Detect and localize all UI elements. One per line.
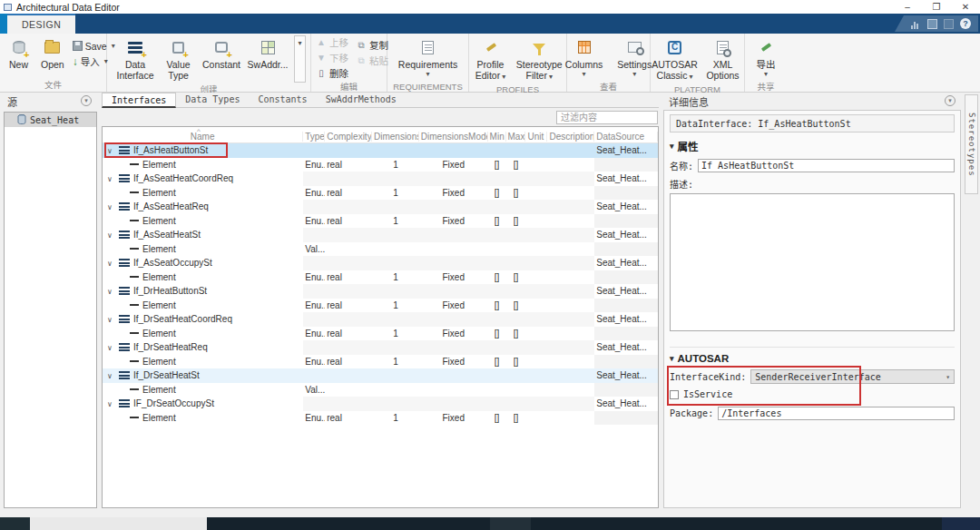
table-row[interactable]: If_DrSeatHeatCoordReqSeat_Heat... — [103, 312, 658, 327]
table-row[interactable]: ElementEnu...real1Fixed[][] — [103, 158, 658, 172]
expander-chevron-icon[interactable] — [103, 398, 117, 408]
autosar-section-header[interactable]: AUTOSAR — [670, 347, 955, 364]
expander-chevron-icon[interactable] — [103, 258, 117, 268]
interface-kind-dropdown[interactable]: SenderReceiverInterface — [750, 369, 955, 384]
expander-chevron-icon[interactable] — [103, 173, 117, 183]
delete-button[interactable]: ▯删除 — [316, 66, 348, 80]
table-row[interactable]: ElementEnu...real1Fixed[][] — [103, 214, 658, 229]
table-row[interactable]: If_AsSeatOccupyStSeat_Heat... — [103, 256, 658, 270]
column-header-unit[interactable]: Unit — [525, 132, 547, 142]
column-header-dimensionsmode[interactable]: DimensionsMode — [419, 132, 488, 142]
columns-button[interactable]: Columns — [561, 35, 607, 80]
minimize-button[interactable]: – — [893, 0, 922, 14]
table-row[interactable]: If_AsSeatHeatCoordReqSeat_Heat... — [103, 172, 658, 186]
table-row[interactable]: ElementEnu...real1Fixed[][] — [103, 270, 658, 285]
cell: [] — [506, 411, 526, 426]
taskbar-app-segment[interactable] — [30, 517, 207, 530]
xml-options-button[interactable]: XML Options — [703, 35, 743, 83]
column-header-dimensions[interactable]: Dimensions — [372, 132, 419, 142]
table-row[interactable]: ElementEnu...real1Fixed[][] — [103, 327, 658, 341]
chart-icon[interactable] — [911, 19, 921, 29]
expander-chevron-icon[interactable] — [103, 286, 117, 296]
tab-swaddrmethods[interactable]: SwAddrMethods — [317, 93, 406, 107]
expander-chevron-icon[interactable] — [103, 230, 117, 240]
is-service-checkbox[interactable] — [670, 390, 679, 399]
column-header-min[interactable]: Min — [488, 132, 506, 142]
cell — [488, 228, 506, 242]
table-row[interactable]: If_AsSeatHeatStSeat_Heat... — [103, 228, 658, 242]
close-button[interactable]: ✕ — [951, 0, 980, 14]
table-row[interactable]: If_DrHeatButtonStSeat_Heat... — [103, 284, 658, 299]
element-icon — [130, 304, 139, 306]
help-icon[interactable]: ? — [960, 18, 971, 29]
cell — [325, 242, 372, 257]
column-header-complexity[interactable]: Complexity — [325, 132, 372, 142]
table-row[interactable]: If_AsHeatButtonStSeat_Heat... — [103, 143, 658, 158]
description-field[interactable] — [670, 193, 955, 331]
properties-section-header[interactable]: 属性 — [670, 139, 955, 153]
requirements-button[interactable]: Requirements — [394, 35, 462, 80]
tab-interfaces[interactable]: Interfaces — [102, 93, 176, 108]
tab-design[interactable]: DESIGN — [7, 14, 75, 34]
section-label-share: 共享 — [745, 82, 787, 93]
table-row[interactable]: If_DrSeatHeatStSeat_Heat... — [103, 368, 658, 383]
paste-icon[interactable] — [944, 19, 954, 29]
filter-input[interactable] — [556, 111, 658, 124]
export-button[interactable]: 导出 — [752, 35, 780, 80]
table-row[interactable]: ElementEnu...real1Fixed[][] — [103, 186, 658, 201]
move-down-button[interactable]: ▼下移 — [316, 51, 348, 64]
table-row[interactable]: IF_DrSeatOccupyStSeat_Heat... — [103, 397, 658, 411]
expander-chevron-icon[interactable] — [103, 145, 117, 155]
tab-data-types[interactable]: Data Types — [176, 93, 249, 107]
table-row[interactable]: ElementEnu...real1Fixed[][] — [103, 355, 658, 369]
settings-button[interactable]: Settings — [612, 35, 656, 80]
maximize-button[interactable]: ❐ — [922, 0, 951, 14]
cell — [325, 312, 372, 327]
source-item-seat_heat[interactable]: Seat_Heat — [5, 113, 96, 127]
cell — [525, 327, 547, 341]
new-button[interactable]: + New — [5, 35, 33, 72]
stereotypes-side-tab[interactable]: Stereotypes — [965, 94, 978, 194]
table-row[interactable]: ElementEnu...real1Fixed[][] — [103, 299, 658, 313]
copy-button[interactable]: ⧉复制 — [356, 38, 388, 52]
cell — [325, 200, 372, 214]
move-up-button[interactable]: ▲上移 — [316, 35, 348, 49]
copy-icon[interactable] — [927, 19, 937, 29]
expander-chevron-icon[interactable] — [103, 370, 117, 380]
table-row[interactable]: If_AsSeatHeatReqSeat_Heat... — [103, 200, 658, 214]
table-row[interactable]: ElementVal... — [103, 242, 658, 257]
table-row[interactable]: If_DrSeatHeatReqSeat_Heat... — [103, 340, 658, 355]
column-header-description[interactable]: Description — [547, 132, 594, 142]
tab-constants[interactable]: Constants — [249, 93, 316, 107]
cell: [] — [488, 158, 506, 172]
column-header-datasource[interactable]: DataSource — [594, 132, 658, 142]
cell — [303, 340, 325, 355]
column-header-type[interactable]: Type — [303, 132, 325, 142]
column-header-max[interactable]: Max — [506, 132, 526, 142]
collapse-panel-icon[interactable] — [945, 95, 956, 106]
package-field[interactable] — [718, 407, 955, 420]
table-row[interactable]: ElementVal... — [103, 383, 658, 398]
paste-button[interactable]: ⧉粘贴 — [356, 54, 388, 67]
cell: Seat_Heat... — [594, 172, 658, 186]
details-panel: DataInterface: If_AsHeatButtonSt 属性 名称: … — [663, 110, 961, 508]
swaddr-button[interactable]: SwAddr... — [245, 35, 290, 83]
cell — [525, 186, 547, 201]
create-overflow-button[interactable] — [294, 35, 306, 83]
name-field[interactable] — [698, 159, 955, 172]
data-interface-button[interactable]: + Data Interface — [112, 35, 159, 83]
constant-button[interactable]: + Constant — [198, 35, 245, 83]
autosar-classic-button[interactable]: C AUTOSAR Classic — [652, 35, 698, 83]
collapse-panel-icon[interactable] — [81, 95, 92, 106]
expander-chevron-icon[interactable] — [103, 201, 117, 211]
stereotype-filter-button[interactable]: Stereotype Filter — [514, 35, 564, 83]
expander-chevron-icon[interactable] — [103, 342, 117, 352]
profile-editor-button[interactable]: Profile Editor — [471, 35, 510, 83]
expander-chevron-icon[interactable] — [103, 314, 117, 324]
value-type-button[interactable]: + Value Type — [159, 35, 198, 83]
column-header-name[interactable]: Name — [103, 132, 303, 142]
table-row[interactable]: ElementEnu...real1Fixed[][] — [103, 411, 658, 426]
open-button[interactable]: Open — [36, 35, 69, 72]
cell — [547, 228, 594, 242]
cell — [506, 284, 526, 299]
